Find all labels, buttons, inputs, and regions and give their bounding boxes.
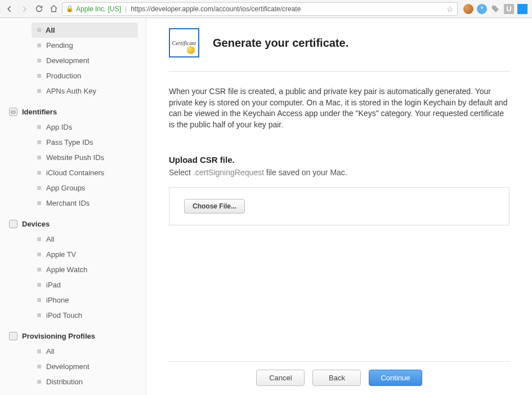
lock-icon: 🔒	[66, 5, 74, 12]
upload-heading: Upload CSR file.	[169, 155, 509, 165]
sidebar-group-devices: Devices All Apple TV Apple Watch iPad iP…	[0, 215, 146, 323]
bullet-icon	[37, 380, 41, 384]
sidebar-heading: IDIdentifiers	[0, 103, 146, 119]
sidebar-heading: Provisioning Profiles	[0, 327, 146, 344]
bullet-icon	[37, 43, 41, 47]
home-icon[interactable]	[47, 3, 60, 15]
sidebar-item[interactable]: Development	[0, 359, 146, 374]
description-text: When your CSR file is created, a public …	[169, 86, 509, 130]
page-header: Certificate Generate your certificate.	[169, 28, 509, 72]
url-org: Apple Inc. [US]	[76, 5, 121, 13]
sidebar-item[interactable]: iPhone	[0, 292, 146, 308]
sidebar-item[interactable]: iPod Touch	[0, 308, 146, 323]
back-icon[interactable]	[3, 3, 16, 15]
browser-toolbar: 🔒 Apple Inc. [US] | https://developer.ap…	[0, 0, 532, 18]
url-bar[interactable]: 🔒 Apple Inc. [US] | https://developer.ap…	[62, 2, 458, 16]
bullet-icon	[37, 365, 41, 369]
sidebar-item[interactable]: Development	[0, 53, 146, 68]
extension-icon[interactable]: *	[477, 4, 487, 14]
sidebar: All Pending Development Production APNs …	[0, 18, 146, 395]
back-button[interactable]: Back	[312, 370, 361, 386]
sidebar-group-certificates: All Pending Development Production APNs …	[0, 23, 146, 99]
bullet-icon	[37, 140, 41, 144]
page-title: Generate your certificate.	[213, 37, 348, 50]
sidebar-item[interactable]: Website Push IDs	[0, 150, 146, 165]
sidebar-item[interactable]: APNs Auth Key	[0, 83, 146, 99]
seal-icon	[187, 46, 195, 54]
bullet-icon	[37, 252, 41, 256]
sidebar-item[interactable]: App IDs	[0, 119, 146, 135]
bullet-icon	[37, 28, 41, 32]
bullet-icon	[37, 59, 41, 63]
bullet-icon	[37, 156, 41, 159]
certificate-icon: Certificate	[169, 28, 199, 57]
sidebar-item[interactable]: App Groups	[0, 180, 146, 196]
sidebar-item[interactable]: Apple TV	[0, 247, 146, 262]
extension-icon[interactable]	[490, 4, 500, 14]
sidebar-item[interactable]: iPad	[0, 277, 146, 292]
extension-icons: * U	[460, 4, 529, 14]
choose-file-button[interactable]: Choose File...	[184, 199, 245, 214]
footer-actions: Cancel Back Continue	[169, 361, 509, 395]
bullet-icon	[37, 186, 41, 190]
sidebar-group-identifiers: IDIdentifiers App IDs Pass Type IDs Webs…	[0, 103, 146, 211]
bullet-icon	[37, 201, 41, 205]
extension-icon[interactable]: U	[504, 4, 514, 14]
bookmark-star-icon[interactable]: ☆	[446, 5, 454, 14]
sidebar-item[interactable]: All	[0, 232, 146, 247]
upload-box: Choose File...	[169, 187, 509, 225]
sidebar-item[interactable]: Merchant IDs	[0, 196, 146, 211]
bullet-icon	[37, 313, 41, 317]
id-icon: ID	[9, 108, 17, 116]
main-content: Certificate Generate your certificate. W…	[146, 18, 532, 395]
sidebar-group-profiles: Provisioning Profiles All Development Di…	[0, 327, 146, 389]
sidebar-item[interactable]: Pass Type IDs	[0, 135, 146, 150]
upload-subtext: Select .certSigningRequest file saved on…	[169, 168, 509, 177]
bullet-icon	[37, 283, 41, 287]
bullet-icon	[37, 298, 41, 302]
sidebar-item[interactable]: Pending	[0, 38, 146, 53]
bullet-icon	[37, 74, 41, 78]
forward-icon	[18, 3, 30, 15]
extension-icon[interactable]	[463, 4, 473, 14]
continue-button[interactable]: Continue	[369, 370, 422, 386]
bullet-icon	[37, 349, 41, 353]
bullet-icon	[37, 268, 41, 272]
profile-icon	[9, 332, 17, 340]
bullet-icon	[37, 171, 41, 175]
sidebar-item[interactable]: All	[32, 23, 138, 38]
sidebar-item[interactable]: Production	[0, 68, 146, 83]
sidebar-item[interactable]: Distribution	[0, 374, 146, 389]
url-text: https://developer.apple.com/account/ios/…	[131, 5, 301, 13]
sidebar-item[interactable]: Apple Watch	[0, 262, 146, 277]
bullet-icon	[37, 89, 41, 93]
sidebar-item[interactable]: All	[0, 344, 146, 359]
bullet-icon	[37, 125, 41, 129]
sidebar-item[interactable]: iCloud Containers	[0, 165, 146, 180]
cancel-button[interactable]: Cancel	[256, 370, 305, 386]
reload-icon[interactable]	[33, 3, 45, 15]
extension-icon[interactable]	[517, 4, 527, 14]
sidebar-heading: Devices	[0, 215, 146, 232]
device-icon	[9, 220, 17, 228]
bullet-icon	[37, 237, 41, 241]
